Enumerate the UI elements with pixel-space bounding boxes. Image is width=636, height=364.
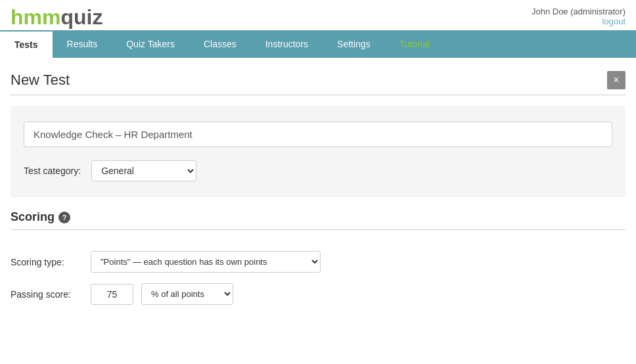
scoring-type-label: Scoring type: bbox=[11, 257, 83, 267]
user-name: John Doe (administrator) bbox=[532, 7, 625, 16]
close-button[interactable]: × bbox=[607, 71, 625, 89]
logo-hmm: hmm bbox=[11, 5, 60, 29]
passing-score-label: Passing score: bbox=[11, 289, 83, 300]
test-name-input[interactable] bbox=[24, 122, 612, 147]
divider-1 bbox=[11, 95, 625, 95]
passing-score-row: Passing score: % of all points points bbox=[11, 283, 625, 305]
logo: hmmquiz bbox=[11, 7, 102, 28]
category-row: Test category: General HR Technical Sale… bbox=[24, 160, 612, 181]
scoring-type-row: Scoring type: "Points" — each question h… bbox=[11, 251, 625, 273]
logout-link[interactable]: logout bbox=[532, 16, 625, 26]
scoring-header: Scoring ? bbox=[11, 210, 625, 224]
divider-2 bbox=[11, 229, 625, 230]
nav-item-settings[interactable]: Settings bbox=[323, 30, 385, 58]
scoring-info-icon[interactable]: ? bbox=[58, 212, 70, 223]
scoring-title: Scoring bbox=[11, 210, 55, 224]
category-label: Test category: bbox=[24, 166, 81, 176]
page-content: New Test × Test category: General HR Tec… bbox=[0, 58, 636, 339]
nav-item-tests[interactable]: Tests bbox=[0, 30, 53, 58]
page-title: New Test bbox=[11, 72, 70, 89]
user-info: John Doe (administrator) logout bbox=[532, 7, 625, 26]
nav-item-quiz-takers[interactable]: Quiz Takers bbox=[112, 30, 189, 58]
passing-score-input[interactable] bbox=[91, 284, 133, 305]
new-test-header: New Test × bbox=[11, 71, 625, 89]
top-bar: hmmquiz John Doe (administrator) logout bbox=[0, 0, 636, 30]
scoring-type-select[interactable]: "Points" — each question has its own poi… bbox=[91, 251, 321, 273]
logo-quiz: quiz bbox=[60, 5, 102, 29]
main-nav: Tests Results Quiz Takers Classes Instru… bbox=[0, 30, 636, 58]
passing-score-unit-select[interactable]: % of all points points bbox=[141, 283, 233, 305]
nav-item-instructors[interactable]: Instructors bbox=[251, 30, 323, 58]
scoring-form: Scoring type: "Points" — each question h… bbox=[11, 240, 625, 326]
test-form-section: Test category: General HR Technical Sale… bbox=[11, 106, 625, 197]
nav-item-tutorial[interactable]: Tutorial bbox=[385, 30, 444, 58]
nav-item-classes[interactable]: Classes bbox=[189, 30, 251, 58]
category-select[interactable]: General HR Technical Sales bbox=[91, 160, 196, 181]
nav-item-results[interactable]: Results bbox=[53, 30, 112, 58]
